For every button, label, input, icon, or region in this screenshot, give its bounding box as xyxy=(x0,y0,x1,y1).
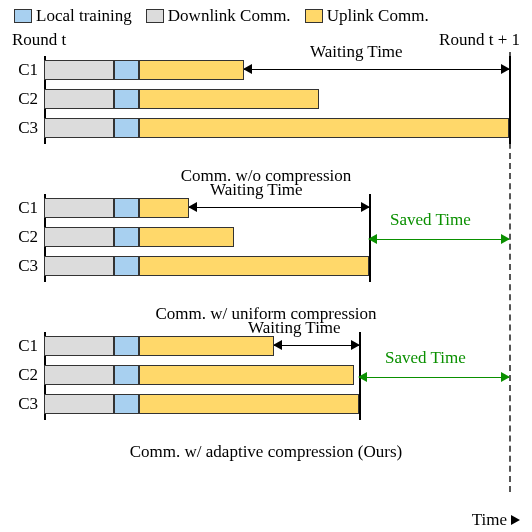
time-axis-label: Time xyxy=(472,510,507,530)
time-axis: Time xyxy=(472,510,520,530)
panel-adaptive-compression: Waiting Time Saved Time C1 C2 xyxy=(10,328,522,436)
client-label: C3 xyxy=(10,256,38,276)
seg-uplink xyxy=(139,336,274,356)
swatch-downlink-icon xyxy=(146,9,164,23)
panel1-row-c2: C2 xyxy=(10,85,522,112)
seg-uplink xyxy=(139,394,359,414)
seg-local xyxy=(114,89,139,109)
round-t-label: Round t xyxy=(12,30,66,50)
bar-c1 xyxy=(44,58,522,82)
seg-downlink xyxy=(44,365,114,385)
legend-item-downlink: Downlink Comm. xyxy=(146,6,291,26)
chart-area: Waiting Time C1 C2 xyxy=(10,52,522,462)
seg-local xyxy=(114,256,139,276)
legend-label-uplink: Uplink Comm. xyxy=(327,6,429,26)
seg-local xyxy=(114,60,139,80)
seg-uplink xyxy=(139,60,244,80)
legend-item-local: Local training xyxy=(14,6,132,26)
panel2-row-c3: C3 xyxy=(10,252,522,279)
panel3-caption: Comm. w/ adaptive compression (Ours) xyxy=(10,442,522,462)
legend: Local training Downlink Comm. Uplink Com… xyxy=(14,6,532,26)
client-label: C3 xyxy=(10,118,38,138)
bar-c2 xyxy=(44,87,522,111)
seg-local xyxy=(114,227,139,247)
bar-c2 xyxy=(44,363,522,387)
bar-c1 xyxy=(44,334,522,358)
seg-uplink xyxy=(139,256,369,276)
seg-uplink xyxy=(139,227,234,247)
bar-c3 xyxy=(44,254,522,278)
panel3-row-c1: C1 xyxy=(10,332,522,359)
panel-no-compression: Waiting Time C1 C2 xyxy=(10,52,522,160)
seg-downlink xyxy=(44,118,114,138)
panel1-row-c3: C3 xyxy=(10,114,522,141)
panel2-row-c2: C2 xyxy=(10,223,522,250)
client-label: C1 xyxy=(10,60,38,80)
round-t1-label: Round t + 1 xyxy=(439,30,520,50)
bar-c3 xyxy=(44,392,522,416)
seg-downlink xyxy=(44,227,114,247)
seg-uplink xyxy=(139,118,509,138)
seg-local xyxy=(114,336,139,356)
bar-c1 xyxy=(44,196,522,220)
client-label: C3 xyxy=(10,394,38,414)
seg-local xyxy=(114,198,139,218)
panel3-row-c2: C2 xyxy=(10,361,522,388)
seg-downlink xyxy=(44,60,114,80)
bar-c3 xyxy=(44,116,522,140)
round-labels: Round t Round t + 1 xyxy=(12,30,520,50)
legend-item-uplink: Uplink Comm. xyxy=(305,6,429,26)
seg-downlink xyxy=(44,394,114,414)
client-label: C1 xyxy=(10,198,38,218)
seg-uplink xyxy=(139,89,319,109)
seg-uplink xyxy=(139,198,189,218)
client-label: C1 xyxy=(10,336,38,356)
arrow-right-icon xyxy=(511,515,520,525)
panel2-row-c1: C1 xyxy=(10,194,522,221)
legend-label-downlink: Downlink Comm. xyxy=(168,6,291,26)
client-label: C2 xyxy=(10,365,38,385)
legend-label-local: Local training xyxy=(36,6,132,26)
panel-uniform-compression: Waiting Time Saved Time C1 C2 xyxy=(10,190,522,298)
seg-downlink xyxy=(44,89,114,109)
swatch-local-icon xyxy=(14,9,32,23)
seg-uplink xyxy=(139,365,354,385)
seg-downlink xyxy=(44,256,114,276)
panel3-row-c3: C3 xyxy=(10,390,522,417)
seg-local xyxy=(114,118,139,138)
seg-local xyxy=(114,394,139,414)
client-label: C2 xyxy=(10,89,38,109)
seg-downlink xyxy=(44,198,114,218)
seg-downlink xyxy=(44,336,114,356)
panel1-row-c1: C1 xyxy=(10,56,522,83)
client-label: C2 xyxy=(10,227,38,247)
seg-local xyxy=(114,365,139,385)
bar-c2 xyxy=(44,225,522,249)
swatch-uplink-icon xyxy=(305,9,323,23)
